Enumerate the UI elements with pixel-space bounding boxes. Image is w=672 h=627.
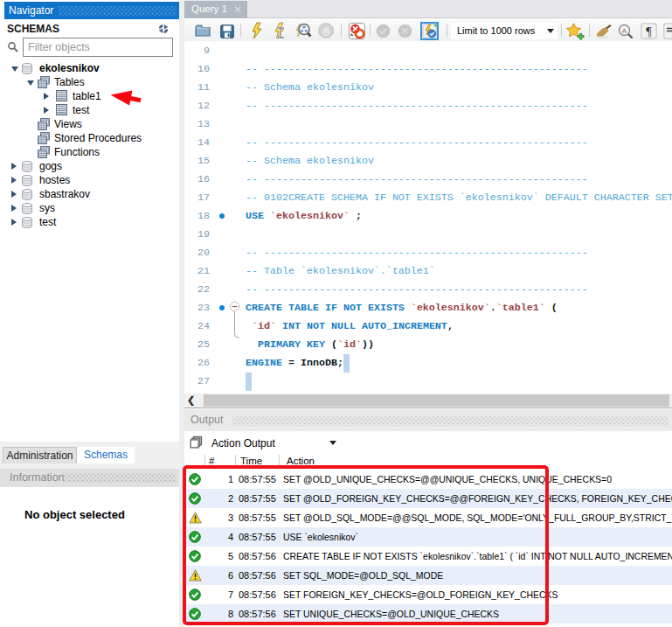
svg-text:A: A — [622, 27, 627, 35]
svg-text:¶: ¶ — [646, 25, 652, 38]
